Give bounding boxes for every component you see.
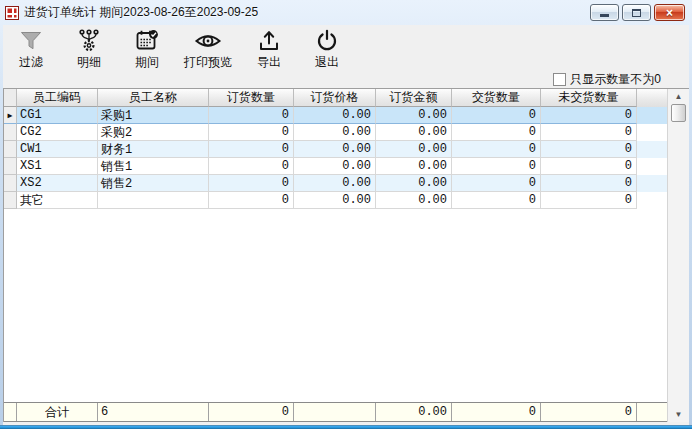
cell-undelivered-qty: 0 — [541, 141, 637, 158]
table-rows: ▶ CG1 采购1 0 0.00 0.00 0 0 CG2 采购2 0 0.00… — [4, 107, 667, 209]
toolbar-label: 退出 — [315, 55, 339, 69]
cell-employee-code: CG2 — [17, 124, 98, 141]
close-button[interactable]: × — [654, 4, 685, 21]
footer-undelivered-qty: 0 — [541, 403, 637, 421]
row-indicator-cell — [4, 192, 17, 209]
row-indicator-cell: ▶ — [4, 107, 17, 124]
cell-delivered-qty: 0 — [452, 141, 541, 158]
cell-employee-name: 财务1 — [98, 141, 209, 158]
cell-undelivered-qty: 0 — [541, 175, 637, 192]
column-header-order-amount[interactable]: 订货金额 — [376, 89, 452, 107]
table-row[interactable]: ▶ CG1 采购1 0 0.00 0.00 0 0 — [4, 107, 667, 124]
cell-order-price: 0.00 — [294, 158, 376, 175]
cell-employee-name: 销售1 — [98, 158, 209, 175]
filter-options-row: 只显示数量不为0 — [3, 70, 689, 88]
cell-employee-code: CW1 — [17, 141, 98, 158]
column-header-order-price[interactable]: 订货价格 — [294, 89, 376, 107]
app-icon — [5, 6, 19, 20]
row-indicator-cell — [4, 175, 17, 192]
exit-power-icon — [314, 27, 340, 55]
scroll-up-button[interactable]: ▲ — [668, 89, 689, 104]
scroll-thumb[interactable] — [671, 104, 686, 122]
toolbar-label: 明细 — [77, 55, 101, 69]
scroll-down-button[interactable]: ▼ — [668, 407, 689, 422]
cell-order-qty: 0 — [209, 124, 294, 141]
column-header-undelivered-qty[interactable]: 未交货数量 — [541, 89, 637, 107]
cell-undelivered-qty: 0 — [541, 192, 637, 209]
cell-order-price: 0.00 — [294, 192, 376, 209]
orders-grid: 员工编码 员工名称 订货数量 订货价格 订货金额 交货数量 未交货数量 ▶ CG… — [3, 88, 689, 422]
cell-order-price: 0.00 — [294, 141, 376, 158]
cell-order-price: 0.00 — [294, 124, 376, 141]
selected-row-arrow: ▶ — [8, 111, 13, 120]
minimize-icon — [600, 14, 609, 17]
footer-order-price — [294, 403, 376, 421]
cell-order-qty: 0 — [209, 192, 294, 209]
footer-delivered-qty: 0 — [452, 403, 541, 421]
minimize-button[interactable] — [590, 4, 619, 21]
toolbar-button-filter[interactable]: 过滤 — [10, 27, 52, 69]
detail-gear-icon — [76, 27, 102, 55]
cell-delivered-qty: 0 — [452, 124, 541, 141]
grid-empty-area — [4, 209, 667, 402]
cell-employee-name: 采购2 — [98, 124, 209, 141]
table-row[interactable]: 其它 0 0.00 0.00 0 0 — [4, 192, 667, 209]
table-row[interactable]: CW1 财务1 0 0.00 0.00 0 0 — [4, 141, 667, 158]
title-bar: 进货订单统计 期间2023-08-26至2023-09-25 × — [0, 0, 692, 25]
window-title: 进货订单统计 期间2023-08-26至2023-09-25 — [24, 4, 258, 21]
cell-delivered-qty: 0 — [452, 192, 541, 209]
grid-main: 员工编码 员工名称 订货数量 订货价格 订货金额 交货数量 未交货数量 ▶ CG… — [4, 89, 667, 422]
cell-undelivered-qty: 0 — [541, 124, 637, 141]
cell-order-amount: 0.00 — [376, 124, 452, 141]
maximize-icon — [632, 9, 641, 17]
row-indicator-header — [4, 89, 17, 107]
show-nonzero-label: 只显示数量不为0 — [570, 71, 661, 88]
cell-employee-code: XS1 — [17, 158, 98, 175]
cell-employee-code: 其它 — [17, 192, 98, 209]
toolbar-button-export[interactable]: 导出 — [248, 27, 290, 69]
window: 进货订单统计 期间2023-08-26至2023-09-25 × 过滤 — [0, 0, 692, 429]
cell-order-amount: 0.00 — [376, 107, 452, 124]
cell-order-amount: 0.00 — [376, 192, 452, 209]
cell-order-price: 0.00 — [294, 175, 376, 192]
show-nonzero-checkbox[interactable] — [553, 73, 566, 86]
cell-employee-name: 采购1 — [98, 107, 209, 124]
grid-footer-row: 合计 6 0 0.00 0 0 — [4, 402, 667, 422]
period-calendar-icon — [134, 27, 160, 55]
maximize-button[interactable] — [622, 4, 651, 21]
export-arrow-icon — [256, 27, 282, 55]
cell-delivered-qty: 0 — [452, 175, 541, 192]
row-indicator-cell — [4, 158, 17, 175]
column-header-order-qty[interactable]: 订货数量 — [209, 89, 294, 107]
cell-delivered-qty: 0 — [452, 158, 541, 175]
footer-order-qty: 0 — [209, 403, 294, 421]
cell-employee-code: XS2 — [17, 175, 98, 192]
column-header-employee-code[interactable]: 员工编码 — [17, 89, 98, 107]
toolbar-label: 期间 — [135, 55, 159, 69]
toolbar-button-period[interactable]: 期间 — [126, 27, 168, 69]
toolbar-button-print-preview[interactable]: 打印预览 — [184, 27, 232, 69]
toolbar-button-exit[interactable]: 退出 — [306, 27, 348, 69]
cell-order-qty: 0 — [209, 175, 294, 192]
toolbar-button-detail[interactable]: 明细 — [68, 27, 110, 69]
table-row[interactable]: XS1 销售1 0 0.00 0.00 0 0 — [4, 158, 667, 175]
footer-indicator-cell — [4, 403, 17, 421]
cell-employee-name: 销售2 — [98, 175, 209, 192]
toolbar-label: 导出 — [257, 55, 281, 69]
column-header-delivered-qty[interactable]: 交货数量 — [452, 89, 541, 107]
window-content: 过滤 明细 — [3, 25, 689, 425]
cell-delivered-qty: 0 — [452, 107, 541, 124]
row-indicator-cell — [4, 124, 17, 141]
cell-order-amount: 0.00 — [376, 141, 452, 158]
cell-undelivered-qty: 0 — [541, 158, 637, 175]
column-header-employee-name[interactable]: 员工名称 — [98, 89, 209, 107]
footer-row-count: 6 — [98, 403, 209, 421]
table-row[interactable]: CG2 采购2 0 0.00 0.00 0 0 — [4, 124, 667, 141]
table-row[interactable]: XS2 销售2 0 0.00 0.00 0 0 — [4, 175, 667, 192]
close-icon: × — [666, 7, 673, 19]
toolbar-label: 打印预览 — [184, 55, 232, 69]
vertical-scrollbar[interactable]: ▲ ▼ — [667, 89, 689, 422]
toolbar: 过滤 明细 — [3, 25, 689, 70]
print-preview-eye-icon — [193, 27, 223, 55]
grid-header-row: 员工编码 员工名称 订货数量 订货价格 订货金额 交货数量 未交货数量 — [4, 89, 667, 107]
